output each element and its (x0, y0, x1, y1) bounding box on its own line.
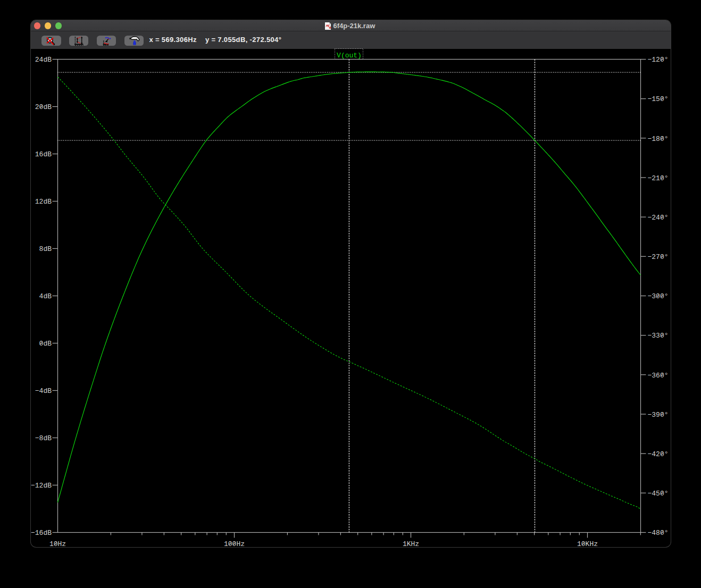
svg-text:−12dB: −12dB (31, 482, 52, 490)
svg-text:−120°: −120° (648, 56, 669, 64)
svg-text:−180°: −180° (648, 135, 669, 143)
svg-text:20dB: 20dB (35, 103, 52, 111)
svg-text:−390°: −390° (648, 411, 669, 419)
svg-text:24dB: 24dB (35, 56, 52, 64)
svg-text:16dB: 16dB (35, 150, 52, 158)
svg-text:−300°: −300° (648, 292, 669, 300)
svg-text:100Hz: 100Hz (224, 540, 245, 548)
svg-text:−360°: −360° (648, 372, 669, 380)
svg-text:8dB: 8dB (39, 245, 52, 253)
svg-text:10Hz: 10Hz (49, 540, 66, 548)
svg-text:12dB: 12dB (35, 198, 52, 206)
svg-text:−240°: −240° (648, 214, 669, 222)
svg-text:−4dB: −4dB (35, 387, 52, 395)
svg-text:−480°: −480° (648, 529, 669, 537)
svg-text:−270°: −270° (648, 253, 669, 261)
svg-text:V(out): V(out) (337, 52, 362, 60)
svg-text:−16dB: −16dB (31, 529, 52, 537)
svg-text:10KHz: 10KHz (577, 540, 598, 548)
svg-text:−150°: −150° (648, 95, 669, 103)
svg-text:1KHz: 1KHz (403, 540, 419, 548)
svg-text:−450°: −450° (648, 490, 669, 498)
svg-text:−420°: −420° (648, 450, 669, 458)
svg-text:−210°: −210° (648, 174, 669, 182)
svg-text:4dB: 4dB (39, 292, 52, 300)
svg-text:−330°: −330° (648, 332, 669, 340)
svg-text:−8dB: −8dB (35, 434, 52, 442)
